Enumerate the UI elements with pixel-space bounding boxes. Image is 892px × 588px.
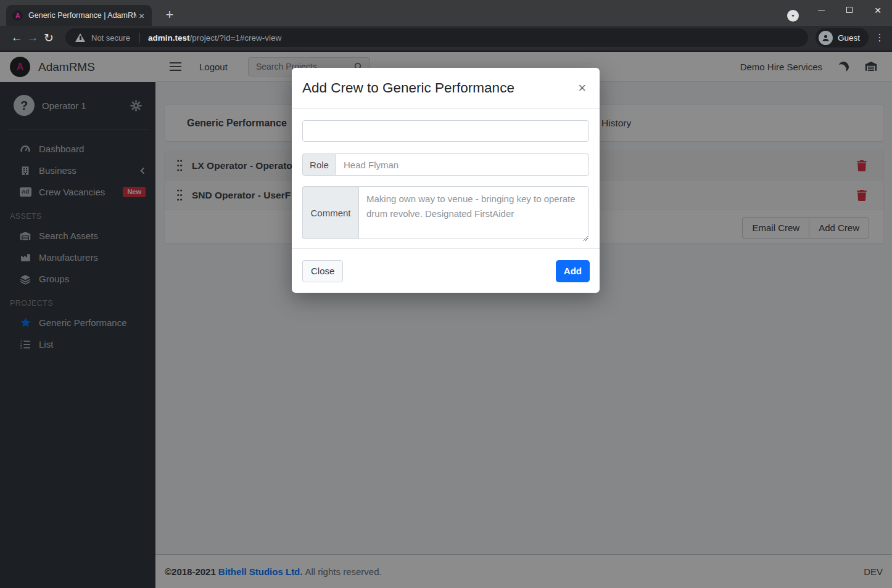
modal-header: Add Crew to Generic Performance × <box>292 68 600 109</box>
browser-tab[interactable]: A Generic Performance | AdamRMS × <box>6 5 152 26</box>
tab-close-icon[interactable]: × <box>136 10 147 22</box>
close-icon[interactable]: × <box>578 81 586 95</box>
window-controls: × <box>807 0 892 20</box>
browser-tab-strip: A Generic Performance | AdamRMS × + ▼ <box>0 0 892 26</box>
browser-menu-icon[interactable]: ⋮ <box>873 32 886 43</box>
modal-footer: Close Add <box>292 248 600 293</box>
profile-name: Guest <box>838 33 860 43</box>
back-icon[interactable]: ← <box>9 31 25 44</box>
url-host: admin.test <box>148 33 190 43</box>
tab-title: Generic Performance | AdamRMS <box>28 11 136 20</box>
browser-profile-chip[interactable]: Guest <box>816 28 869 47</box>
role-input[interactable] <box>336 153 589 176</box>
comment-field-group: Comment <box>302 186 589 239</box>
role-label: Role <box>302 153 336 176</box>
url-path: /project/?id=1#crew-view <box>189 33 281 43</box>
close-button[interactable]: Close <box>302 260 343 282</box>
profile-avatar-icon <box>819 31 833 45</box>
minimize-button[interactable] <box>807 0 835 20</box>
comment-label: Comment <box>302 186 358 239</box>
browser-window: A AdamRMS Logout Demo Hire Services ? Op… <box>0 0 892 588</box>
add-button[interactable]: Add <box>556 260 590 282</box>
comment-textarea[interactable] <box>358 186 589 239</box>
textarea-resize-handle[interactable] <box>582 235 588 241</box>
not-secure-label[interactable]: Not secure <box>91 33 130 43</box>
browser-update-icon[interactable]: ▼ <box>787 10 799 22</box>
browser-toolbar: ← → ↻ Not secure admin.test /project/?id… <box>0 26 892 52</box>
crew-name-input[interactable] <box>302 120 589 142</box>
forward-icon[interactable]: → <box>25 31 41 44</box>
warning-icon <box>75 33 85 42</box>
reload-icon[interactable]: ↻ <box>41 31 57 45</box>
add-crew-modal: Add Crew to Generic Performance × Role C… <box>292 68 600 293</box>
new-tab-button[interactable]: + <box>160 6 179 24</box>
maximize-button[interactable] <box>835 0 864 20</box>
modal-title: Add Crew to Generic Performance <box>302 80 514 96</box>
role-field-group: Role <box>302 153 589 176</box>
divider <box>139 33 139 43</box>
close-window-button[interactable]: × <box>864 0 892 20</box>
address-bar[interactable]: Not secure admin.test /project/?id=1#cre… <box>65 28 808 47</box>
favicon: A <box>12 10 23 21</box>
